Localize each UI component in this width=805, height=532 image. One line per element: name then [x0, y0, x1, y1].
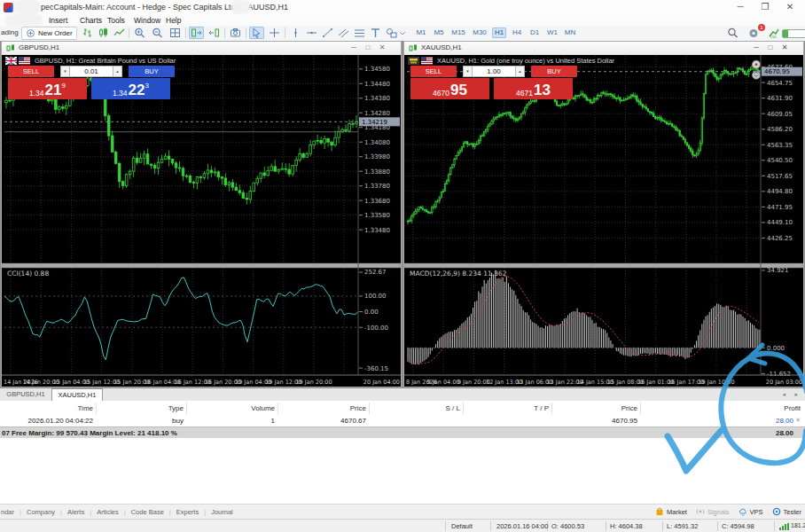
zoom-out-icon[interactable] [150, 27, 165, 39]
tile-windows-icon[interactable] [168, 27, 183, 39]
zoom-in-icon[interactable] [132, 27, 147, 39]
column-header-tp[interactable]: T / P [534, 404, 549, 412]
fibonacci-lines-icon[interactable] [352, 27, 367, 39]
chart-close-button[interactable]: ✕ [778, 43, 791, 53]
tab-scroll-left-icon[interactable]: ◂ [782, 391, 785, 398]
service-button-tester[interactable]: Tester [772, 507, 801, 516]
menu-tools[interactable]: Tools [107, 15, 125, 26]
toolbox-tab-company[interactable]: Company [27, 508, 55, 516]
volume-decrease-button[interactable]: ▾ [60, 66, 70, 77]
toolbox-tab-experts[interactable]: Experts [176, 508, 199, 516]
vertical-line-icon[interactable] [288, 27, 303, 39]
timeframe-h1[interactable]: H1 [492, 27, 506, 38]
chart-window-titlebar[interactable]: GBPUSD,H1─□✕ [2, 42, 401, 56]
search-icon[interactable] [725, 27, 740, 39]
chart-description: GBPUSD, H1: Great Britain Pound vs US Do… [35, 57, 176, 65]
service-button-signals[interactable]: Signals [696, 507, 730, 516]
svg-text:1.34380: 1.34380 [364, 95, 390, 102]
service-button-market[interactable]: Market [655, 507, 687, 516]
chart-minimize-button[interactable]: ─ [348, 43, 360, 53]
column-header-sl[interactable]: S / L [446, 404, 460, 412]
one-click-prices: 467095467113 [410, 78, 577, 99]
timeframe-m30[interactable]: M30 [471, 27, 488, 38]
shapes-icon[interactable] [384, 27, 399, 39]
maximize-button[interactable]: ❐ [755, 1, 775, 13]
column-header-price[interactable]: Price [621, 404, 637, 412]
chart-svg[interactable]: 4677.604654.754631.904609.054586.204563.… [404, 55, 803, 387]
bar-chart-icon[interactable] [80, 27, 95, 39]
chart-window-titlebar[interactable]: XAUUSD,H1─□✕ [404, 42, 803, 56]
column-header-volume[interactable]: Volume [251, 404, 275, 412]
chart-canvas[interactable]: 4677.604654.754631.904609.054586.204563.… [404, 55, 803, 387]
volume-field[interactable]: 1.00 [473, 66, 515, 77]
menu-charts[interactable]: Charts [80, 15, 102, 26]
equidistant-channel-icon[interactable] [336, 27, 351, 39]
chart-window-title: GBPUSD,H1 [19, 43, 59, 51]
auto-scroll-icon[interactable] [189, 27, 204, 39]
crosshair-icon[interactable] [267, 27, 282, 39]
sell-button[interactable]: SELL [8, 66, 54, 77]
chart-svg[interactable]: 1.345801.344801.343801.342801.341801.340… [2, 55, 401, 387]
buy-price[interactable]: 467113 [494, 78, 573, 99]
column-header-price[interactable]: Price [350, 404, 366, 412]
chart-canvas[interactable]: 1.345801.344801.343801.342801.341801.340… [2, 55, 401, 387]
timeframe-d1[interactable]: D1 [528, 27, 542, 38]
buy-price[interactable]: 1.34223 [91, 78, 170, 99]
close-button[interactable]: ✕ [780, 1, 800, 13]
toolbox-tab-articles[interactable]: Articles [97, 508, 119, 516]
buy-price-sup: 3 [145, 82, 149, 90]
cursor-icon[interactable] [249, 27, 264, 39]
svg-text:-11.652: -11.652 [767, 371, 791, 378]
close-position-icon[interactable]: ✕ [795, 417, 801, 424]
chart-minimize-button[interactable]: ─ [750, 43, 762, 53]
shapes-dropdown-icon[interactable] [398, 27, 407, 39]
volume-increase-button[interactable]: ▴ [113, 66, 122, 77]
timeframe-w1[interactable]: W1 [545, 27, 559, 38]
volume-increase-button[interactable]: ▴ [515, 66, 525, 77]
timeframe-m15[interactable]: M15 [449, 27, 467, 38]
menu-window[interactable]: Window [134, 15, 160, 26]
volume-field[interactable]: 0.01 [70, 66, 113, 77]
sell-button[interactable]: SELL [410, 66, 457, 77]
timeframe-m1[interactable]: M1 [414, 27, 428, 38]
chart-shift-icon[interactable] [207, 27, 222, 39]
chart-tab-xauusd-h1[interactable]: XAUUSD,H1 [51, 388, 103, 402]
column-header-type[interactable]: Type [168, 404, 184, 412]
timeframe-mn[interactable]: MN [563, 27, 577, 38]
toolbox-tab-journal[interactable]: Journal [211, 508, 233, 516]
toolbox-tab-ndar[interactable]: ndar [1, 508, 14, 516]
sell-price[interactable]: 1.34219 [8, 78, 87, 99]
toolbox-tab-code-base[interactable]: Code Base [131, 508, 164, 516]
chart-maximize-button[interactable]: □ [764, 43, 777, 53]
menu-insert[interactable]: Insert [49, 15, 67, 26]
volume-decrease-button[interactable]: ▾ [463, 66, 473, 77]
window-title: pecCapitals-Main: Account - Hedge - Spec… [41, 3, 288, 12]
column-header-time[interactable]: Time [78, 404, 93, 412]
tab-scroll-right-icon[interactable]: ▸ [794, 391, 798, 398]
chart-tab-gbpusd-h1[interactable]: GBPUSD,H1 [4, 389, 48, 400]
level-indicator-icon[interactable]: LVL [766, 27, 781, 39]
service-button-vps[interactable]: VPS [739, 507, 763, 516]
column-header-profit[interactable]: Profit [784, 404, 801, 412]
menu-help[interactable]: Help [166, 15, 181, 26]
candlestick-chart-icon[interactable] [96, 27, 111, 39]
minimize-button[interactable]: ─ [731, 1, 750, 13]
text-tool-icon[interactable] [368, 27, 383, 39]
camera-icon[interactable] [228, 27, 243, 39]
position-open-price: 4670.67 [340, 417, 366, 425]
toolbox-tab-alerts[interactable]: Alerts [67, 508, 84, 516]
horizontal-line-icon[interactable] [304, 27, 319, 39]
buy-button[interactable]: BUY [129, 66, 175, 77]
timeframe-m5[interactable]: M5 [432, 27, 446, 38]
sell-price[interactable]: 467095 [410, 78, 489, 99]
notifications-icon[interactable]: 1 [746, 27, 762, 39]
new-order-button[interactable]: New Order [21, 27, 77, 40]
timeframe-h4[interactable]: H4 [510, 27, 524, 38]
chart-close-button[interactable]: ✕ [376, 43, 388, 53]
svg-text:4563.35: 4563.35 [767, 142, 793, 149]
line-chart-icon[interactable] [112, 27, 127, 39]
algo-trading-label[interactable]: ading [1, 28, 19, 36]
chart-maximize-button[interactable]: □ [362, 43, 374, 53]
buy-button[interactable]: BUY [531, 66, 577, 77]
trendline-icon[interactable] [320, 27, 335, 39]
